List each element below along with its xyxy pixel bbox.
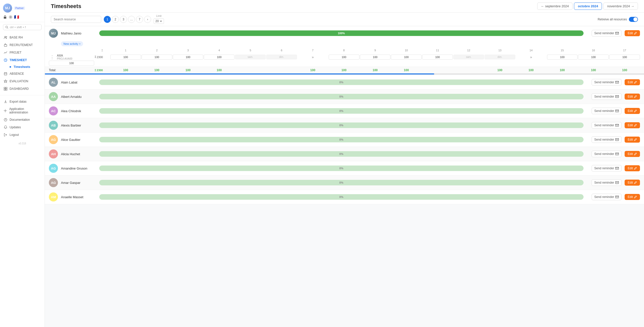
kebab-menu-axa[interactable]: ⋮ (49, 54, 55, 60)
resource-name-7: Amandine Gruson (61, 167, 91, 170)
activity-row-axa: ⋮ AXA PROJ-AXA00 Σ2300 100 100 100 100 (45, 53, 644, 67)
retrieve-toggle-container: Retreive all resources (598, 17, 638, 22)
axa-day-17[interactable]: 100 (49, 61, 94, 66)
axa-day-2[interactable]: 100 (142, 55, 172, 60)
sidebar-item-dashboard[interactable]: DASHBOARD (0, 85, 45, 93)
axa-day-10[interactable]: 100 (391, 55, 422, 60)
sidebar-item-timesheets-sub[interactable]: Timesheets (0, 64, 45, 70)
partner-badge: Partner (14, 7, 25, 10)
sidebar-item-export[interactable]: Export datas (0, 98, 45, 105)
search-bar[interactable]: ctrl + shift + f (3, 24, 42, 30)
list-item: AH Alicia Huchet 0% Send reminder Edit (45, 147, 644, 161)
day-10: 10 (391, 49, 422, 52)
sidebar-item-documentation[interactable]: Documentation (0, 116, 45, 124)
pencil-icon (634, 81, 637, 84)
sidebar-item-recrutement[interactable]: RECRUTEMENT (0, 41, 45, 49)
day-columns: Σ 1 2 3 4 5 6 7 8 9 10 11 12 13 14 15 16 (49, 49, 640, 52)
sidebar-item-timesheet[interactable]: TIMESHEET (0, 56, 45, 64)
prev-month-btn[interactable]: ← septembre 2024 (537, 3, 573, 10)
new-activity-btn[interactable]: New activity + (61, 41, 83, 46)
avatar-3: AC (49, 106, 58, 115)
current-month-label: octobre 2024 (578, 4, 598, 8)
send-reminder-2[interactable]: Send reminder (592, 93, 622, 100)
send-reminder-5[interactable]: Send reminder (592, 136, 622, 143)
axa-day-4[interactable]: 100 (204, 55, 234, 60)
search-shortcut: ctrl + shift + f (10, 26, 26, 29)
send-reminder-9[interactable]: Send reminder (592, 194, 622, 200)
edit-btn-3[interactable]: Edit (625, 108, 640, 114)
axa-activity-grid: ⋮ AXA PROJ-AXA00 Σ2300 100 100 100 100 (49, 54, 640, 66)
edit-btn-4[interactable]: Edit (625, 122, 640, 128)
sidebar-item-base-rh[interactable]: BASE RH (0, 34, 45, 41)
day-12: 12 (453, 49, 484, 52)
axa-day-8[interactable]: 100 (329, 55, 359, 60)
axa-day-5: sam. (235, 55, 266, 59)
toolbar: 1 2 3 … 7 › Limit 20 Retreive all resour… (45, 13, 644, 26)
limit-dropdown[interactable]: 20 (154, 18, 164, 24)
axa-day-16[interactable]: 100 (609, 55, 640, 60)
horizontal-scrollbar[interactable] (45, 73, 644, 74)
axa-project-code: PROJ-AXA00 (57, 57, 72, 60)
send-reminder-4[interactable]: Send reminder (592, 122, 622, 129)
progress-fill-1: 0% (99, 79, 584, 85)
sidebar-item-projet[interactable]: PROJET (0, 49, 45, 56)
sidebar-item-updates[interactable]: Updates (0, 124, 45, 131)
page-btn-1[interactable]: 1 (104, 16, 111, 23)
page-btn-3[interactable]: 3 (120, 16, 127, 23)
day-11: 11 (422, 49, 453, 52)
search-input[interactable] (51, 16, 101, 23)
retrieve-toggle-switch[interactable] (629, 17, 638, 22)
send-reminder-1[interactable]: Send reminder (592, 79, 622, 86)
next-arrow: → (631, 4, 634, 8)
resource-name-9: Anaelle Masset (61, 195, 91, 199)
flag-icon: 🇫🇷 (14, 15, 19, 19)
axa-day-15[interactable]: 100 (578, 55, 609, 60)
resource-header-mathieu: MJ Mathieu Janio 100% Send reminder Edit (45, 26, 644, 40)
day-17: 17 (609, 49, 640, 52)
edit-btn-5[interactable]: Edit (625, 137, 640, 143)
svg-rect-0 (4, 17, 6, 19)
axa-day-3[interactable]: 100 (173, 55, 204, 60)
day-5: 5 (235, 49, 266, 52)
axa-day-9[interactable]: 100 (360, 55, 391, 60)
total-label: Total: (49, 68, 94, 72)
sidebar-item-evaluation[interactable]: EVALUATION (0, 77, 45, 85)
list-item: AG Amandine Gruson 0% Send reminder Edit (45, 161, 644, 176)
edit-btn-7[interactable]: Edit (625, 165, 640, 171)
edit-btn-mathieu[interactable]: Edit (625, 30, 640, 36)
chevron-down-icon (160, 20, 162, 22)
edit-btn-9[interactable]: Edit (625, 194, 640, 200)
sidebar-item-absence[interactable]: ABSENCE (0, 70, 45, 77)
send-reminder-label: Send reminder (594, 31, 614, 35)
edit-btn-2[interactable]: Edit (625, 94, 640, 100)
progress-fill-6: 0% (99, 151, 584, 157)
progress-bar-1: 0% (99, 79, 584, 85)
next-month-btn[interactable]: novembre 2024 → (603, 3, 638, 10)
send-reminder-3[interactable]: Send reminder (592, 108, 622, 114)
edit-btn-6[interactable]: Edit (625, 151, 640, 157)
page-btn-7[interactable]: 7 (136, 16, 143, 23)
send-reminder-6[interactable]: Send reminder (592, 151, 622, 157)
sidebar-top: MJ Partner 🇫🇷 (0, 0, 45, 22)
sidebar-item-app-admin[interactable]: Application administration (0, 105, 45, 116)
send-reminder-7[interactable]: Send reminder (592, 165, 622, 172)
axa-day-14[interactable]: 100 (547, 55, 578, 60)
edit-btn-8[interactable]: Edit (625, 180, 640, 186)
edit-btn-1[interactable]: Edit (625, 79, 640, 85)
logout-icon (4, 133, 8, 137)
page-btn-next[interactable]: › (144, 16, 151, 23)
page-btn-ellipsis[interactable]: … (128, 16, 135, 23)
send-reminder-8[interactable]: Send reminder (592, 179, 622, 186)
scrollbar-fill (45, 73, 434, 74)
resource-name-6: Alicia Huchet (61, 152, 91, 156)
current-month-btn[interactable]: octobre 2024 (574, 3, 602, 10)
axa-day-1[interactable]: 100 (110, 55, 141, 60)
send-reminder-mathieu[interactable]: Send reminder (592, 30, 622, 36)
sidebar-item-label: PROJET (10, 51, 21, 54)
sidebar-sub-label: Timesheets (14, 65, 30, 69)
sidebar: MJ Partner 🇫🇷 ctrl + shift + f BASE RH (0, 0, 45, 327)
axa-day-11[interactable]: 100 (422, 55, 453, 60)
pencil-icon (634, 95, 637, 98)
sidebar-item-logout[interactable]: Logout (0, 131, 45, 139)
page-btn-2[interactable]: 2 (112, 16, 119, 23)
